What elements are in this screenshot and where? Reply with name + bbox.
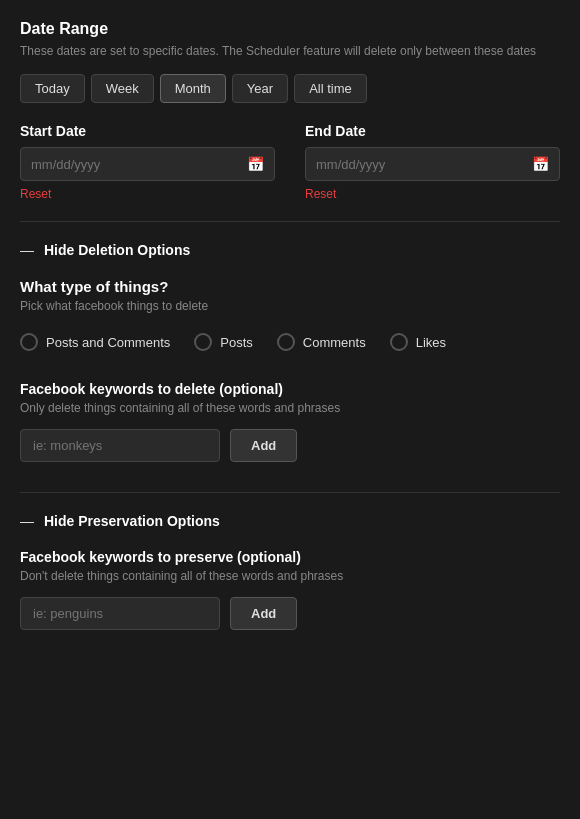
preservation-collapse-minus-icon: — bbox=[20, 513, 34, 529]
preservation-keyword-input-row: Add bbox=[20, 597, 560, 630]
radio-label-posts-and-comments: Posts and Comments bbox=[46, 335, 170, 350]
deletion-question-title: What type of things? bbox=[20, 278, 560, 295]
radio-label-posts: Posts bbox=[220, 335, 253, 350]
radio-likes[interactable]: Likes bbox=[390, 333, 446, 351]
radio-label-likes: Likes bbox=[416, 335, 446, 350]
divider-2 bbox=[20, 492, 560, 493]
end-date-label: End Date bbox=[305, 123, 560, 139]
preservation-options-collapse-header[interactable]: — Hide Preservation Options bbox=[20, 513, 560, 529]
preservation-keywords-section: Facebook keywords to preserve (optional)… bbox=[20, 549, 560, 630]
radio-posts-and-comments[interactable]: Posts and Comments bbox=[20, 333, 170, 351]
start-date-calendar-icon[interactable]: 📅 bbox=[247, 156, 264, 172]
start-date-input-wrapper: 📅 bbox=[20, 147, 275, 181]
end-date-reset[interactable]: Reset bbox=[305, 187, 560, 201]
deletion-add-button[interactable]: Add bbox=[230, 429, 297, 462]
date-range-section: Date Range These dates are set to specif… bbox=[20, 20, 560, 201]
preservation-options-section: — Hide Preservation Options Facebook key… bbox=[20, 513, 560, 630]
start-date-reset[interactable]: Reset bbox=[20, 187, 275, 201]
radio-circle-posts-and-comments bbox=[20, 333, 38, 351]
deletion-options-section: — Hide Deletion Options What type of thi… bbox=[20, 242, 560, 462]
radio-circle-likes bbox=[390, 333, 408, 351]
date-range-title: Date Range bbox=[20, 20, 560, 38]
radio-label-comments: Comments bbox=[303, 335, 366, 350]
preservation-options-collapse-label: Hide Preservation Options bbox=[44, 513, 220, 529]
divider-1 bbox=[20, 221, 560, 222]
start-date-label: Start Date bbox=[20, 123, 275, 139]
preset-today[interactable]: Today bbox=[20, 74, 85, 103]
end-date-input-wrapper: 📅 bbox=[305, 147, 560, 181]
radio-comments[interactable]: Comments bbox=[277, 333, 366, 351]
date-range-desc: These dates are set to specific dates. T… bbox=[20, 44, 560, 58]
start-date-input[interactable] bbox=[31, 157, 247, 172]
deletion-keywords-desc: Only delete things containing all of the… bbox=[20, 401, 560, 415]
start-date-field: Start Date 📅 Reset bbox=[20, 123, 275, 201]
preservation-keyword-input[interactable] bbox=[20, 597, 220, 630]
radio-posts[interactable]: Posts bbox=[194, 333, 253, 351]
preservation-add-button[interactable]: Add bbox=[230, 597, 297, 630]
deletion-keyword-input[interactable] bbox=[20, 429, 220, 462]
date-inputs-row: Start Date 📅 Reset End Date 📅 Reset bbox=[20, 123, 560, 201]
preset-alltime[interactable]: All time bbox=[294, 74, 367, 103]
radio-circle-comments bbox=[277, 333, 295, 351]
collapse-minus-icon: — bbox=[20, 242, 34, 258]
deletion-question-desc: Pick what facebook things to delete bbox=[20, 299, 560, 313]
preservation-keywords-desc: Don't delete things containing all of th… bbox=[20, 569, 560, 583]
end-date-input[interactable] bbox=[316, 157, 532, 172]
deletion-keyword-input-row: Add bbox=[20, 429, 560, 462]
deletion-options-collapse-label: Hide Deletion Options bbox=[44, 242, 190, 258]
end-date-field: End Date 📅 Reset bbox=[305, 123, 560, 201]
preset-month[interactable]: Month bbox=[160, 74, 226, 103]
deletion-options-collapse-header[interactable]: — Hide Deletion Options bbox=[20, 242, 560, 258]
deletion-radio-options: Posts and Comments Posts Comments Likes bbox=[20, 333, 560, 351]
preservation-keywords-title: Facebook keywords to preserve (optional) bbox=[20, 549, 560, 565]
preset-buttons-group: Today Week Month Year All time bbox=[20, 74, 560, 103]
deletion-keywords-title: Facebook keywords to delete (optional) bbox=[20, 381, 560, 397]
preset-year[interactable]: Year bbox=[232, 74, 288, 103]
radio-circle-posts bbox=[194, 333, 212, 351]
end-date-calendar-icon[interactable]: 📅 bbox=[532, 156, 549, 172]
deletion-keywords-section: Facebook keywords to delete (optional) O… bbox=[20, 381, 560, 462]
preset-week[interactable]: Week bbox=[91, 74, 154, 103]
